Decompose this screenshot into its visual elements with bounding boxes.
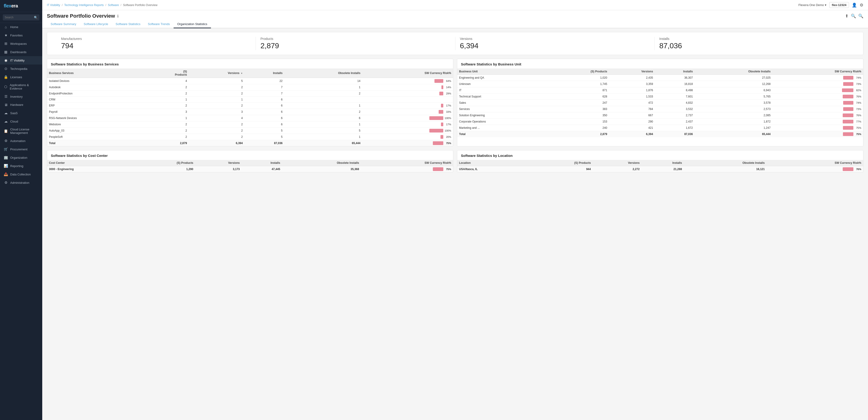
nav-icon-procurement: 🛒: [4, 147, 8, 151]
row-products: 240: [549, 125, 609, 131]
row-name: Services: [457, 106, 549, 112]
business-unit-scroll[interactable]: Business Unit (S) Products Versions Inst…: [457, 68, 863, 137]
table-row: Isolated Devices 4 5 22 14 64%: [47, 78, 453, 84]
sidebar-item-administration[interactable]: ⚙ Administration: [0, 179, 42, 187]
risk-bar: [842, 88, 854, 92]
tab-software-lifecycle[interactable]: Software Lifecycle: [80, 21, 112, 28]
sidebar-item-saas[interactable]: ☁ SaaS: [0, 109, 42, 117]
cost-center-scroll[interactable]: Cost Center (S) Products Versions Instal…: [47, 160, 453, 172]
sidebar-item-it-visibility[interactable]: ◉ IT Visibility: [0, 56, 42, 65]
risk-bar: [441, 86, 443, 89]
th-loc-obsolete: Obsolete Installs: [684, 160, 767, 166]
total-label: Total: [47, 140, 142, 147]
sidebar-item-organization[interactable]: 🏢 Organization: [0, 153, 42, 162]
location-title: Software Statistics by Location: [457, 150, 863, 160]
risk-pct: 73%: [854, 108, 861, 110]
sidebar-item-dashboards[interactable]: ▦ Dashboards: [0, 48, 42, 56]
business-services-scroll[interactable]: Business Services (S)Products Versions ▼…: [47, 68, 453, 146]
sidebar-item-licenses[interactable]: 🔒 Licenses: [0, 73, 42, 81]
risk-cell: 75%: [362, 140, 453, 147]
risk-cell: 75%: [772, 131, 863, 137]
location-scroll[interactable]: Location (S) Products Versions Installs …: [457, 160, 863, 172]
sidebar-item-applications[interactable]: ⬡ Applications & Evidence: [0, 81, 42, 92]
sidebar-item-home[interactable]: ⌂ Home: [0, 23, 42, 31]
risk-cell: 73%: [772, 81, 863, 87]
nav-icon-home: ⌂: [4, 25, 8, 29]
sidebar-item-data-collection[interactable]: 📥 Data Collection: [0, 170, 42, 179]
search-box[interactable]: 🔍: [0, 12, 42, 23]
breadcrumb-it-visibility[interactable]: IT Visibility: [47, 3, 60, 7]
sidebar-item-cloud[interactable]: ☁ Cloud: [0, 117, 42, 126]
nav-label-automation: Automation: [10, 139, 26, 143]
sidebar-item-hardware[interactable]: 🖥 Hardware: [0, 101, 42, 109]
risk-bar: [441, 123, 443, 126]
risk-pct: 33%: [444, 110, 451, 113]
sidebar-item-procurement[interactable]: 🛒 Procurement: [0, 145, 42, 153]
risk-bar: [843, 107, 854, 111]
zoom-out-icon[interactable]: 🔍: [851, 13, 856, 19]
risk-pct: 77%: [854, 120, 861, 123]
risk-cell: 77%: [772, 119, 863, 125]
nav-icon-saas: ☁: [4, 111, 8, 115]
sidebar-item-reporting[interactable]: 📊 Reporting: [0, 162, 42, 170]
table-row: Marketing and ... 240 421 1,672 1,247 75…: [457, 125, 863, 131]
business-unit-table: Business Unit (S) Products Versions Inst…: [457, 68, 863, 137]
sidebar-item-favorites[interactable]: ★ Favorites: [0, 31, 42, 39]
demo-label[interactable]: Flexera One Demo ▾: [798, 3, 827, 7]
row-name: Sales: [457, 100, 549, 106]
stat-manufacturers-label: Manufacturers: [61, 37, 251, 41]
stat-products: Products 2,879: [256, 37, 455, 50]
row-obsolete: 6,943: [694, 87, 772, 94]
table-row: IT 871 1,876 8,498 6,943 82%: [457, 87, 863, 94]
location-body: USA/Itasca, IL 944 2,272 21,288 16,121 7…: [457, 166, 863, 172]
row-name: EndpointProtection: [47, 91, 142, 97]
sidebar-item-cloud-license[interactable]: 📋 Cloud License Management: [0, 126, 42, 137]
tab-org-statistics[interactable]: Organization Statistics: [174, 21, 211, 28]
location-header-row: Location (S) Products Versions Installs …: [457, 160, 863, 166]
tab-software-trends[interactable]: Software Trends: [144, 21, 174, 28]
row-products: 350: [549, 112, 609, 119]
tab-software-summary[interactable]: Software Summary: [47, 21, 80, 28]
row-obsolete: 1: [284, 103, 362, 109]
breadcrumb-tech-reports[interactable]: Technology Intelligence Reports: [64, 3, 104, 7]
sidebar-item-workspaces[interactable]: ⊞ Workspaces: [0, 39, 42, 48]
risk-bar: [429, 116, 443, 120]
table-row: Corporate Operations 153 290 2,437 1,872…: [457, 119, 863, 125]
th-cc-name: Cost Center: [47, 160, 133, 166]
user-icon[interactable]: 👤: [852, 3, 857, 8]
risk-pct: 82%: [854, 89, 861, 92]
risk-cell: 14%: [362, 84, 453, 91]
risk-pct: 74%: [854, 76, 861, 79]
risk-cell: 100%: [362, 115, 453, 121]
row-installs: 5: [245, 134, 284, 140]
tab-software-statistics[interactable]: Software Statistics: [112, 21, 144, 28]
risk-pct: 74%: [854, 101, 861, 104]
share-icon[interactable]: ⬆: [845, 13, 848, 19]
risk-pct: 75%: [444, 142, 451, 144]
row-products: 1,020: [549, 75, 609, 81]
stat-installs-label: Installs: [659, 37, 849, 41]
flex-id-badge[interactable]: flex-12324: [829, 2, 849, 8]
row-versions: 2: [189, 121, 245, 128]
topbar: IT Visibility / Technology Intelligence …: [42, 0, 868, 10]
nav-label-administration: Administration: [10, 181, 29, 185]
sidebar-item-automation[interactable]: ⚙ Automation: [0, 137, 42, 145]
row-versions: 3: [189, 109, 245, 115]
sidebar-item-technopedia[interactable]: ⊙ Technopedia: [0, 65, 42, 73]
business-unit-body: Engineering and QA 1,020 2,435 36,307 27…: [457, 75, 863, 137]
sort-versions-icon: ▼: [241, 72, 243, 74]
search-icon: 🔍: [34, 16, 38, 19]
zoom-in-icon[interactable]: 🔍: [858, 13, 863, 19]
nav-label-procurement: Procurement: [10, 148, 27, 151]
info-icon[interactable]: ℹ: [117, 14, 119, 18]
breadcrumb-software[interactable]: Software: [108, 3, 119, 7]
table-row: Services 383 784 3,532 2,573 73%: [457, 106, 863, 112]
sidebar-item-inventory[interactable]: ☰ Inventory: [0, 92, 42, 101]
row-installs: 7: [245, 91, 284, 97]
row-obsolete: 2,573: [694, 106, 772, 112]
settings-icon[interactable]: ⚙: [860, 3, 863, 8]
stat-installs: Installs 87,036: [655, 37, 854, 50]
nav-label-inventory: Inventory: [10, 95, 23, 98]
table-row: USA/Itasca, IL 944 2,272 21,288 16,121 7…: [457, 166, 863, 172]
business-services-header-row: Business Services (S)Products Versions ▼…: [47, 68, 453, 78]
